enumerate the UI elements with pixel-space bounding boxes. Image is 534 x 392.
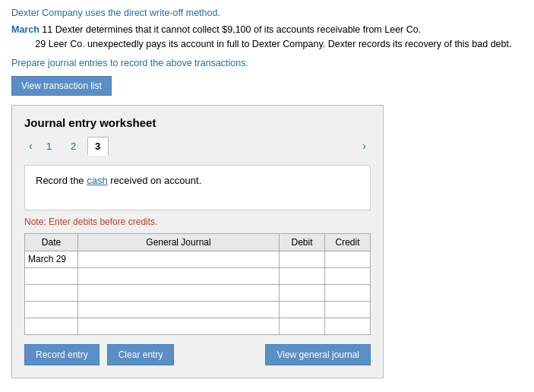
view-transaction-button[interactable]: View transaction list [11,76,112,96]
debit-input-5[interactable] [280,318,324,334]
tab-1[interactable]: 1 [39,137,60,156]
debit-cell-5[interactable] [280,318,325,334]
journal-input-1[interactable] [78,251,279,267]
journal-cell-2[interactable] [78,267,280,284]
view-general-journal-button[interactable]: View general journal [265,344,371,365]
credit-cell-1[interactable] [325,251,371,267]
prepare-text: Prepare journal entries to record the ab… [11,58,523,68]
debit-input-2[interactable] [280,268,324,284]
record-entry-button[interactable]: Record entry [24,344,100,365]
date-cell-3 [25,284,78,301]
debit-cell-1[interactable] [280,251,325,267]
debit-cell-4[interactable] [280,301,325,318]
tab-prev-arrow[interactable]: ‹ [24,138,37,153]
debit-input-3[interactable] [280,285,324,301]
credit-input-4[interactable] [325,302,370,318]
debit-cell-2[interactable] [280,267,325,284]
journal-cell-1[interactable] [78,251,280,267]
col-header-journal: General Journal [78,233,280,251]
credit-input-3[interactable] [325,285,370,301]
journal-input-3[interactable] [78,285,279,301]
journal-cell-3[interactable] [78,284,280,301]
transaction-text: March 11 Dexter determines that it canno… [11,23,523,52]
tab-2[interactable]: 2 [63,137,84,156]
tab-next-arrow[interactable]: › [358,138,371,153]
col-header-debit: Debit [280,233,325,251]
intro-line1: Dexter Company uses the direct write-off… [11,8,523,18]
journal-input-5[interactable] [78,318,279,334]
journal-input-2[interactable] [78,268,279,284]
col-header-date: Date [25,233,78,251]
date-cell-1: March 29 [25,251,78,267]
credit-cell-5[interactable] [325,318,371,334]
cash-word: cash [87,175,107,186]
date-cell-4 [25,301,78,318]
credit-cell-3[interactable] [325,284,371,301]
tab-3[interactable]: 3 [87,137,109,156]
credit-input-5[interactable] [325,318,370,334]
credit-cell-2[interactable] [325,267,371,284]
debit-input-4[interactable] [280,302,324,318]
col-header-credit: Credit [325,233,371,251]
table-row [25,318,371,334]
journal-cell-4[interactable] [78,301,280,318]
credit-cell-4[interactable] [325,301,371,318]
credit-input-2[interactable] [325,268,370,284]
debit-cell-3[interactable] [280,284,325,301]
date-cell-5 [25,318,78,334]
text2: Leer Co. unexpectedly pays its account i… [49,39,512,49]
instruction-box: Record the cash received on account. [24,165,371,210]
table-row: March 29 [25,251,371,267]
worksheet-container: Journal entry worksheet ‹ 1 2 3 › Record… [11,105,384,378]
table-row [25,267,371,284]
date-cell-2 [25,267,78,284]
journal-cell-5[interactable] [78,318,280,334]
journal-input-4[interactable] [78,302,279,318]
clear-entry-button[interactable]: Clear entry [107,344,175,365]
table-row [25,301,371,318]
note-text: Note: Enter debits before credits. [24,217,371,227]
journal-table: Date General Journal Debit Credit March … [24,233,371,335]
buttons-row: Record entry Clear entry View general jo… [24,344,371,365]
table-row [25,284,371,301]
debit-input-1[interactable] [280,251,324,267]
credit-input-1[interactable] [325,251,370,267]
march-label: March [11,24,39,35]
text1: Dexter determines that it cannot collect… [55,24,422,35]
day1: 11 [42,24,52,35]
day2: 29 [35,39,46,49]
worksheet-title: Journal entry worksheet [24,116,371,129]
tabs-row: ‹ 1 2 3 › [24,137,371,156]
